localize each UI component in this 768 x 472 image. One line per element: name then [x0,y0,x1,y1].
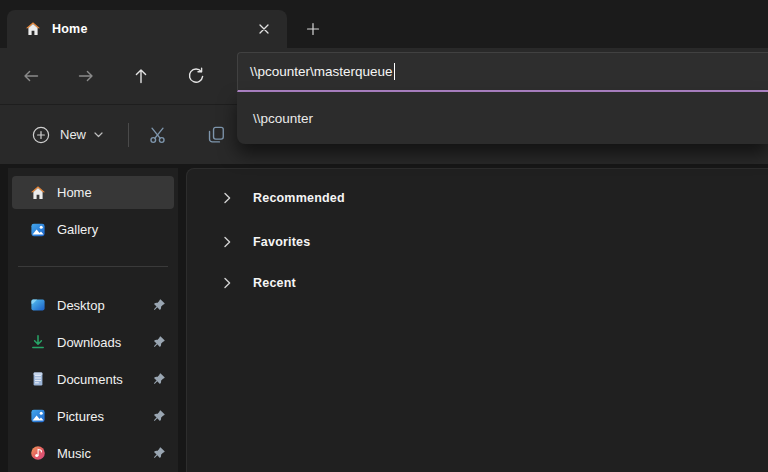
close-icon[interactable] [251,16,277,42]
new-button-label: New [60,127,86,142]
plus-icon [306,22,320,36]
sidebar-item-desktop[interactable]: Desktop [12,287,174,323]
up-button[interactable] [124,59,158,93]
text-caret [394,63,395,80]
sidebar-item-label: Desktop [57,298,105,313]
section-label: Recent [253,276,296,290]
section-recent[interactable]: Recent [221,266,768,300]
home-icon [25,21,41,37]
new-button[interactable]: New [23,119,112,151]
sidebar-item-music[interactable]: Music [12,435,174,471]
toolbar-separator [128,123,129,147]
chevron-right-icon [221,192,233,204]
chevron-down-icon [93,129,104,140]
address-suggestion-dropdown: \\pcounter [237,92,768,144]
sidebar-item-home[interactable]: Home [12,176,174,209]
refresh-button[interactable] [179,59,213,93]
downloads-icon [30,334,46,350]
suggestion-label: \\pcounter [253,111,313,126]
address-text: \\pcounter\masterqueue [250,64,393,79]
cut-button[interactable] [139,117,175,153]
file-explorer-window: Home [0,0,768,472]
sidebar-separator [18,266,168,267]
music-icon [30,445,46,461]
sidebar-item-label: Pictures [57,409,104,424]
sidebar-item-documents[interactable]: Documents [12,361,174,397]
documents-icon [30,371,46,387]
sidebar-item-pictures[interactable]: Pictures [12,398,174,434]
home-view: Recommended Favorites Recent [186,168,768,472]
sidebar-item-downloads[interactable]: Downloads [12,324,174,360]
chevron-right-icon [221,236,233,248]
desktop-icon [30,297,46,313]
home-icon [30,185,46,201]
pin-icon [152,409,166,423]
pin-icon [152,446,166,460]
copy-icon [207,125,226,144]
new-tab-button[interactable] [300,16,326,42]
arrow-up-icon [131,66,151,86]
suggestion-item[interactable]: \\pcounter [237,92,768,144]
plus-circle-icon [31,125,51,145]
sidebar-item-label: Downloads [57,335,121,350]
sidebar-item-label: Music [57,446,91,461]
tab-label: Home [52,22,88,36]
pin-icon [152,335,166,349]
content-area: Home Gallery [0,164,768,472]
section-recommended[interactable]: Recommended [221,181,768,215]
scissors-icon [148,125,167,144]
navigation-pane: Home Gallery [8,168,178,472]
pin-icon [152,372,166,386]
gallery-icon [30,222,46,238]
back-button[interactable] [14,59,48,93]
sidebar-item-label: Documents [57,372,123,387]
refresh-icon [186,66,206,86]
copy-button[interactable] [198,117,234,153]
section-favorites[interactable]: Favorites [221,225,768,259]
sidebar-item-gallery[interactable]: Gallery [12,213,174,246]
arrow-left-icon [21,66,41,86]
chevron-right-icon [221,277,233,289]
tab-bar: Home [0,0,768,48]
pin-icon [152,298,166,312]
sidebar-item-label: Gallery [57,222,98,237]
pictures-icon [30,408,46,424]
arrow-right-icon [76,66,96,86]
section-label: Recommended [253,191,345,205]
tab-home[interactable]: Home [7,10,287,48]
sidebar-item-label: Home [57,185,92,200]
section-label: Favorites [253,235,310,249]
forward-button[interactable] [69,59,103,93]
address-input[interactable]: \\pcounter\masterqueue [237,52,768,92]
